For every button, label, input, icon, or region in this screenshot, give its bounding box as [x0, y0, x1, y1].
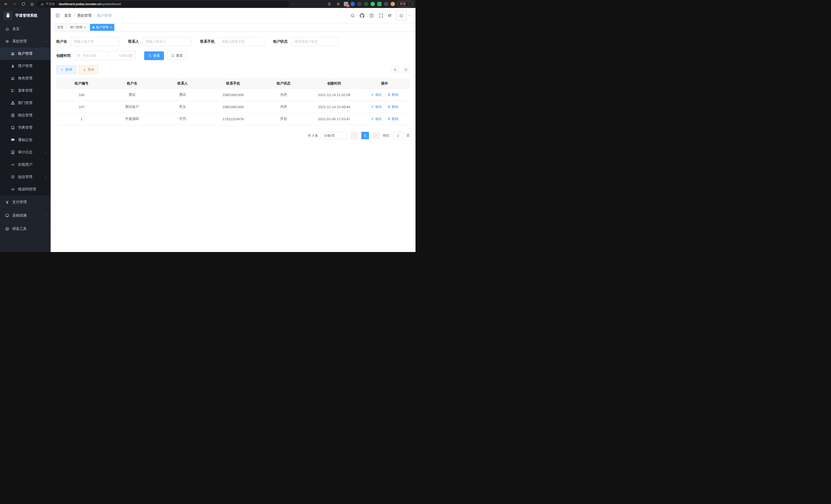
avatar — [396, 10, 406, 21]
extension-icon[interactable]: 10 — [344, 2, 348, 6]
sidebar-item-menu-management[interactable]: 菜单管理 — [0, 85, 51, 97]
reset-button[interactable]: 重置 — [167, 51, 187, 60]
extension-icon[interactable] — [371, 2, 375, 6]
share-button[interactable] — [326, 1, 333, 7]
rabbit-logo-icon — [5, 12, 11, 18]
sidebar-item-label: 岗位管理 — [18, 113, 47, 118]
add-button[interactable]: 新增 — [56, 65, 76, 74]
tenant-table: 租户编号 租户名 联系人 联系手机 租户状态 创建时间 操作 108 测试 测试… — [56, 78, 410, 125]
status-label: 租户状态 — [273, 39, 288, 44]
chrome-update-button[interactable]: 更新 ⋮ — [397, 1, 413, 7]
extension-icon[interactable] — [391, 2, 395, 6]
app-logo — [4, 11, 12, 20]
sidebar-item-post-management[interactable]: 岗位管理 — [0, 109, 51, 121]
date-range-picker[interactable]: 开始日期 - 结束日期 — [74, 51, 136, 60]
sidebar-item-home[interactable]: 首页 — [0, 23, 51, 35]
goto-page-input[interactable] — [393, 132, 403, 139]
breadcrumb: 首页 系统管理 租户管理 — [64, 13, 112, 18]
status-select[interactable]: 请选择租户状态 — [291, 37, 339, 46]
help-icon[interactable] — [369, 13, 374, 18]
status-select-placeholder: 请选择租户状态 — [294, 39, 318, 44]
sidebar-group-audit-log[interactable]: 审计日志 — [0, 146, 51, 158]
delete-link[interactable]: 删除 — [388, 92, 399, 97]
extension-icon[interactable] — [377, 2, 381, 6]
browser-back-button[interactable] — [3, 1, 9, 7]
delete-link[interactable]: 删除 — [388, 105, 399, 109]
browser-home-button[interactable] — [29, 1, 35, 7]
sidebar-item-label: 用户管理 — [18, 64, 47, 68]
tags-view-bar: 首页 部门管理 × 租户管理 × — [51, 23, 416, 32]
github-icon[interactable] — [360, 13, 364, 18]
sidebar-group-payment[interactable]: 支付管理 — [0, 196, 51, 209]
cell-actions: 修改 删除 — [359, 105, 410, 110]
table-row: 1 芋道源码 芋艿 17321315478 开启 2021-01-05 17:0… — [56, 113, 410, 125]
sidebar-group-dev-tools[interactable]: 研发工具 — [0, 222, 51, 236]
edit-link[interactable]: 修改 — [371, 92, 382, 97]
cell-status: 关闭 — [258, 92, 309, 97]
bookmark-star-button[interactable] — [335, 1, 342, 7]
page-number-button[interactable]: 1 — [361, 132, 369, 139]
close-icon[interactable]: × — [84, 26, 86, 29]
browser-forward-button[interactable] — [11, 1, 18, 7]
next-page-button[interactable] — [372, 132, 380, 139]
search-icon[interactable] — [350, 13, 355, 18]
toggle-search-button[interactable] — [391, 65, 399, 74]
extension-icon[interactable] — [384, 2, 388, 6]
search-button[interactable]: 搜索 — [144, 51, 164, 60]
sidebar-group-label: 研发工具 — [12, 227, 41, 231]
filter-row-2: 创建时间 开始日期 - 结束日期 搜索 — [56, 51, 410, 60]
sidebar-item-tenant-management[interactable]: 租户管理 — [0, 48, 51, 60]
reset-button-label: 重置 — [176, 53, 183, 58]
date-start-placeholder: 开始日期 — [83, 53, 96, 58]
cube-icon — [5, 227, 9, 231]
sidebar-item-error-code[interactable]: 错误码管理 — [0, 183, 51, 196]
address-bar[interactable]: 不安全 dashboard.yudao.iocoder.cn/system/te… — [37, 1, 289, 7]
edit-icon — [371, 93, 374, 96]
cell-tenant-name: 测试租户 — [107, 105, 157, 109]
sidebar-item-dict-management[interactable]: 字典管理 — [0, 121, 51, 134]
sidebar-group-infrastructure[interactable]: 基础设施 — [0, 209, 51, 222]
sidebar-item-label: 租户管理 — [18, 51, 47, 56]
sidebar-collapse-button[interactable] — [55, 13, 60, 18]
tab-home[interactable]: 首页 — [55, 24, 66, 31]
mobile-input[interactable] — [218, 37, 264, 46]
fullscreen-icon[interactable] — [379, 13, 383, 18]
sidebar-item-notice[interactable]: 通知公告 — [0, 134, 51, 146]
extension-icon[interactable] — [364, 2, 368, 6]
browser-refresh-button[interactable] — [20, 1, 27, 7]
sidebar-group-sms[interactable]: 短信管理 — [0, 171, 51, 183]
extension-icon[interactable] — [350, 2, 355, 6]
prev-page-button[interactable] — [350, 132, 358, 139]
not-secure-warning-icon — [40, 2, 44, 6]
contact-input[interactable] — [143, 37, 192, 46]
refresh-table-button[interactable] — [402, 65, 410, 74]
breadcrumb-home[interactable]: 首页 — [64, 13, 71, 18]
user-avatar-menu[interactable] — [396, 10, 411, 21]
breadcrumb-current: 租户管理 — [91, 13, 112, 18]
page-size-select[interactable]: 10条/页 — [321, 132, 347, 139]
sidebar-item-online-users[interactable]: 在线用户 — [0, 158, 51, 171]
search-icon — [148, 54, 152, 57]
close-icon[interactable]: × — [110, 26, 112, 29]
sidebar-item-role-management[interactable]: 角色管理 — [0, 72, 51, 85]
extension-icon[interactable] — [357, 2, 362, 6]
trash-icon — [388, 105, 391, 109]
app-logo-row[interactable]: 芋道管理系统 — [0, 8, 51, 23]
tab-label: 租户管理 — [96, 25, 109, 30]
tab-tenant-management[interactable]: 租户管理 × — [90, 24, 114, 31]
export-button-label: 导出 — [88, 67, 94, 72]
column-header: 租户名 — [107, 81, 157, 86]
delete-link[interactable]: 删除 — [388, 117, 399, 121]
breadcrumb-system[interactable]: 系统管理 — [71, 13, 91, 18]
sidebar-item-dept-management[interactable]: 部门管理 — [0, 97, 51, 109]
tab-dept-management[interactable]: 部门管理 × — [67, 24, 88, 31]
tenant-name-input[interactable] — [71, 37, 119, 46]
table-row: 107 测试租户 秃头 15601691300 关闭 2021-12-14 20… — [56, 101, 410, 113]
sidebar-item-user-management[interactable]: 用户管理 — [0, 60, 51, 72]
sidebar-group-system[interactable]: 系统管理 — [0, 35, 51, 48]
cell-actions: 修改 删除 — [359, 117, 410, 121]
font-size-icon[interactable]: tT — [388, 13, 391, 18]
export-button[interactable]: 导出 — [79, 65, 98, 74]
edit-link[interactable]: 修改 — [371, 117, 382, 121]
edit-link[interactable]: 修改 — [371, 105, 382, 109]
